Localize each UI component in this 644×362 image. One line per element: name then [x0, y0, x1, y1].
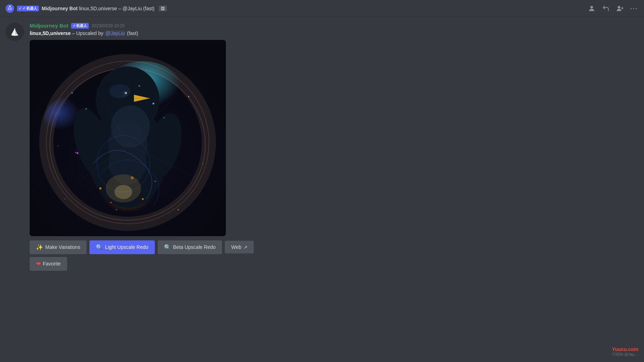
svg-point-40	[164, 117, 165, 118]
svg-point-38	[153, 103, 154, 104]
top-bar-left: ✓ 机器人 Midjourney Bot linux,5D,universe –…	[6, 4, 167, 13]
beta-upscale-redo-button[interactable]: 🔍 Beta Upscale Redo	[158, 240, 222, 254]
avatar	[6, 23, 24, 41]
svg-point-0	[8, 7, 10, 8]
svg-point-44	[188, 96, 189, 97]
topbar-bot-name: Midjourney Bot	[42, 6, 78, 11]
svg-point-51	[115, 185, 132, 199]
svg-point-1	[11, 7, 12, 8]
topbar-separator: –	[118, 6, 123, 11]
chat-area: Midjourney Bot ✓ 机器人 2023/03/29 10:25 li…	[0, 17, 644, 276]
light-upscale-redo-label: Light Upscale Redo	[105, 244, 148, 250]
buttons-row-2: ❤ Favorite	[30, 257, 638, 271]
message-row: Midjourney Bot ✓ 机器人 2023/03/29 10:25 li…	[6, 23, 638, 271]
message-content: Midjourney Bot ✓ 机器人 2023/03/29 10:25 li…	[30, 23, 638, 271]
favorite-label: Favorite	[43, 261, 61, 267]
generated-image[interactable]	[30, 40, 226, 236]
verified-badge: ✓ 机器人	[71, 23, 89, 29]
svg-point-41	[86, 108, 87, 110]
web-label: Web	[231, 244, 241, 250]
svg-point-52	[109, 84, 130, 98]
make-variations-button[interactable]: ✨ Make Variations	[30, 240, 87, 254]
mention: @JayLiu	[105, 30, 125, 36]
buttons-row-1: ✨ Make Variations 🔍 Light Upscale Redo 🔍…	[30, 240, 638, 254]
topbar-image-icon: 🖼	[159, 6, 167, 11]
watermark-main: Yuucu.com	[612, 346, 638, 352]
svg-point-32	[99, 187, 101, 189]
more-icon[interactable]: ⋯	[630, 4, 638, 13]
svg-point-36	[116, 209, 117, 210]
external-link-icon: ↗	[244, 245, 247, 250]
topbar-at-user: @JayLiu	[123, 6, 142, 11]
svg-point-39	[139, 85, 140, 87]
message-header: Midjourney Bot ✓ 机器人 2023/03/29 10:25	[30, 23, 638, 29]
message-timestamp: 2023/03/29 10:25	[92, 23, 124, 28]
person-icon[interactable]	[587, 4, 596, 13]
svg-point-48	[76, 152, 78, 154]
svg-point-47	[65, 199, 65, 199]
zoom-icon-light: 🔍	[96, 244, 103, 251]
zoom-icon-beta: 🔍	[164, 244, 171, 251]
svg-point-5	[618, 6, 620, 8]
sparkle-icon: ✨	[36, 244, 43, 251]
watermark: Yuucu.com CSDN @Jay....	[612, 346, 638, 356]
message-text: linux,5D,universe – Upscaled by @JayLiu …	[30, 30, 638, 37]
favorite-button[interactable]: ❤ Favorite	[30, 257, 67, 271]
top-bar-right: ⋯	[587, 4, 638, 13]
topbar-channel: linux,5D,universe	[79, 6, 117, 11]
top-bar: ✓ 机器人 Midjourney Bot linux,5D,universe –…	[0, 0, 644, 17]
topbar-title: Midjourney Bot linux,5D,universe – @JayL…	[42, 6, 154, 11]
svg-point-49	[75, 152, 76, 153]
svg-point-4	[590, 6, 593, 8]
svg-point-3	[10, 6, 10, 6]
svg-point-35	[154, 181, 156, 182]
beta-upscale-redo-label: Beta Upscale Redo	[173, 244, 216, 250]
prompt-text: linux,5D,universe	[30, 30, 71, 36]
svg-point-43	[58, 146, 58, 146]
add-member-icon[interactable]	[616, 4, 624, 13]
web-button[interactable]: Web ↗	[225, 241, 254, 253]
svg-point-46	[178, 209, 179, 210]
topbar-speed: (fast)	[143, 6, 154, 11]
light-upscale-redo-button[interactable]: 🔍 Light Upscale Redo	[89, 240, 154, 254]
svg-point-42	[72, 92, 73, 93]
make-variations-label: Make Variations	[45, 244, 80, 250]
heart-icon: ❤	[36, 261, 41, 267]
svg-point-34	[142, 198, 144, 200]
svg-point-33	[110, 202, 112, 203]
watermark-sub: CSDN @Jay....	[612, 352, 638, 356]
topbar-verified-badge: ✓ 机器人	[17, 6, 39, 11]
back-icon[interactable]	[602, 4, 610, 13]
bot-name: Midjourney Bot	[30, 23, 68, 29]
bot-small-icon	[6, 4, 14, 13]
svg-point-45	[203, 163, 203, 164]
